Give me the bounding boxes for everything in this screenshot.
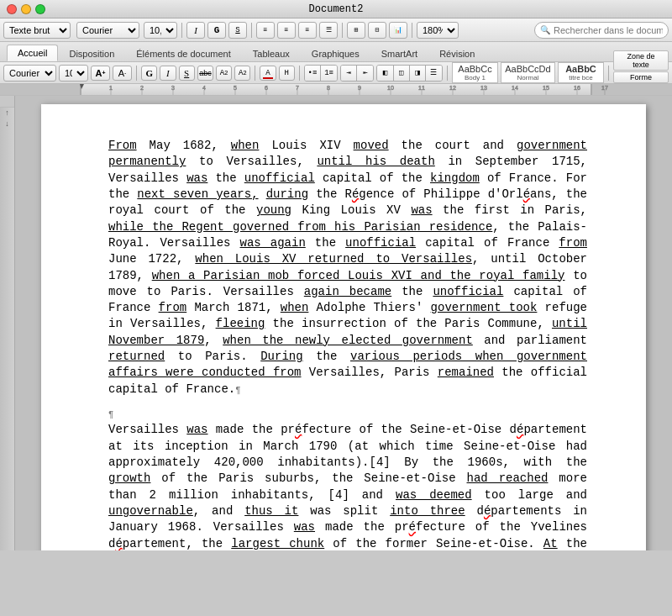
sep-police: [136, 66, 137, 81]
ribbon-tabs: Accueil Disposition Éléments de document…: [0, 42, 672, 62]
document-area[interactable]: From May 1682, when Louis XIV moved the …: [15, 96, 672, 550]
svg-rect-0: [0, 84, 672, 96]
minimize-button[interactable]: [21, 4, 31, 14]
spell-e5: é: [115, 537, 122, 550]
align-justify-btn[interactable]: ☰: [426, 66, 442, 81]
align-center-btn[interactable]: ≡: [298, 22, 317, 39]
search-input[interactable]: [554, 25, 663, 35]
svg-rect-4: [591, 84, 592, 96]
svg-text:5: 5: [234, 85, 237, 91]
separator1: [181, 23, 182, 38]
word-during1: during: [266, 187, 308, 201]
styles-group: AaBbCc Body 1 AaBbCcDd Normal AaBbC titr…: [452, 62, 604, 83]
word-unofficial1: unofficial: [244, 171, 315, 185]
close-button[interactable]: [7, 4, 17, 14]
italic-btn[interactable]: I: [186, 22, 205, 39]
p2-into-three: into three: [390, 504, 465, 518]
p2-thus: thus it: [244, 504, 298, 518]
tab-tableaux[interactable]: Tableaux: [242, 45, 301, 61]
style-normal-text: AaBbCcDd: [505, 64, 551, 74]
paragraph-2: ¶ Versailles was made the préfecture of …: [108, 406, 587, 550]
para1-mark: ¶: [235, 385, 240, 395]
svg-text:15: 15: [543, 85, 549, 91]
svg-text:11: 11: [418, 85, 425, 91]
zone-texte-btn[interactable]: Zone de texte: [613, 50, 669, 71]
phrase-was-again1: was again: [240, 236, 306, 250]
zoom-dropdown[interactable]: 180%: [417, 22, 459, 39]
word-returned: returned: [108, 350, 165, 363]
svg-text:9: 9: [358, 85, 361, 91]
align-right-btn2[interactable]: ◨: [410, 66, 426, 81]
left-sidebar: ↑ ↓: [0, 96, 15, 550]
chart-btn[interactable]: 📊: [389, 22, 407, 39]
tool-2[interactable]: ↓: [5, 120, 9, 129]
ruler-svg: 1 2 3 4 5 6 7 8 9 10 11 12 13 14 15 16 1…: [0, 84, 672, 96]
superscript-btn[interactable]: A2: [234, 66, 250, 81]
bold-fmt-btn[interactable]: G: [141, 66, 157, 81]
sep5: [608, 66, 609, 81]
maximize-button[interactable]: [35, 4, 45, 14]
phrase-from2: from: [159, 301, 187, 314]
p2-had-reached: had reached: [467, 471, 549, 485]
word-when1: when: [231, 139, 260, 152]
tab-graphiques[interactable]: Graphiques: [301, 45, 370, 61]
para1-text: From May 1682, when Louis XIV moved the …: [108, 139, 587, 396]
tab-revision[interactable]: Révision: [428, 45, 486, 61]
style-body1-label: Body 1: [456, 74, 494, 82]
tool-1[interactable]: ↑: [5, 109, 9, 118]
page: From May 1682, when Louis XIV moved the …: [41, 104, 646, 550]
tab-disposition[interactable]: Disposition: [58, 45, 125, 61]
style-body1[interactable]: AaBbCc Body 1: [452, 62, 498, 83]
font-color-btn[interactable]: A: [260, 66, 276, 81]
svg-text:1: 1: [109, 85, 113, 91]
list-btn[interactable]: ☰: [319, 22, 338, 39]
font-size-decrease[interactable]: A-: [113, 66, 132, 81]
tab-elements[interactable]: Éléments de document: [125, 45, 242, 61]
tab-accueil[interactable]: Accueil: [7, 45, 58, 61]
table-btn[interactable]: ⊟: [368, 22, 386, 39]
font-size-dropdown[interactable]: 10,5: [144, 22, 177, 39]
align-left-btn[interactable]: ◧: [377, 66, 393, 81]
underline-btn[interactable]: S: [228, 22, 247, 39]
search-icon: 🔍: [540, 25, 550, 35]
svg-text:14: 14: [512, 85, 518, 91]
numbered-list-btn[interactable]: 1≡: [321, 66, 337, 81]
style-normal[interactable]: AaBbCcDd Normal: [501, 62, 555, 83]
indent-btn[interactable]: ⇥: [341, 66, 357, 81]
svg-text:10: 10: [387, 85, 394, 91]
columns-btn[interactable]: ⊞: [347, 22, 365, 39]
align-group: •≡ 1≡: [304, 65, 338, 82]
style-dropdown[interactable]: Texte brut: [3, 22, 71, 39]
strikethrough-fmt-btn[interactable]: abc: [197, 66, 213, 81]
search-box[interactable]: 🔍: [534, 22, 669, 39]
document-text[interactable]: From May 1682, when Louis XIV moved the …: [108, 138, 587, 550]
forme-btn[interactable]: Forme: [613, 71, 669, 83]
para2-indent-mark: ¶: [108, 409, 113, 419]
word-young: young: [256, 203, 291, 217]
font-size-2[interactable]: 10,5: [59, 65, 88, 82]
underline-fmt-btn[interactable]: S: [179, 66, 195, 81]
bold-btn[interactable]: G: [207, 22, 226, 39]
font-dropdown[interactable]: Courier: [76, 22, 139, 39]
word-was1: was: [186, 171, 207, 185]
outdent-btn[interactable]: ⇤: [357, 66, 373, 81]
highlight-btn[interactable]: H: [279, 66, 295, 81]
align-btn[interactable]: ≡: [256, 22, 275, 39]
bullet-list-btn[interactable]: •≡: [305, 66, 321, 81]
style-titre-label: titre bce: [562, 74, 600, 82]
p2-was-deemed: was deemed: [396, 488, 472, 502]
svg-text:6: 6: [265, 85, 268, 91]
font-dropdown-2[interactable]: Courier: [3, 65, 56, 82]
italic-fmt-btn[interactable]: I: [160, 66, 176, 81]
align-center-btn2[interactable]: ◫: [394, 66, 410, 81]
style-normal-label: Normal: [505, 74, 551, 82]
subscript-btn[interactable]: A2: [216, 66, 232, 81]
svg-text:4: 4: [202, 85, 206, 91]
font-size-increase[interactable]: A+: [91, 66, 110, 81]
main-area: ↑ ↓ From May 1682, when Louis XIV moved …: [0, 96, 672, 550]
ruler: 1 2 3 4 5 6 7 8 9 10 11 12 13 14 15 16 1…: [0, 84, 672, 96]
p2-at: At: [543, 537, 558, 550]
tab-smartart[interactable]: SmartArt: [370, 45, 428, 61]
align-right-btn[interactable]: ≡: [277, 22, 296, 39]
style-titre[interactable]: AaBbC titre bce: [558, 62, 604, 83]
